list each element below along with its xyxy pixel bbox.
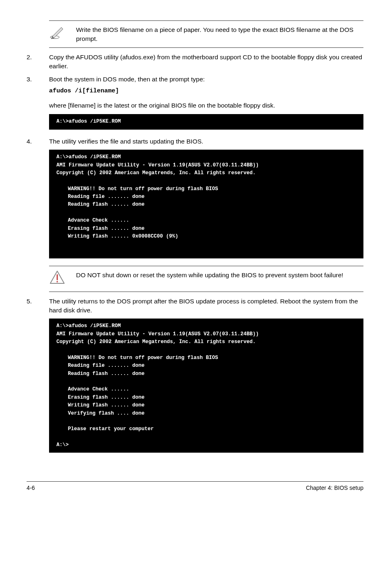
note-block: Write the BIOS filename on a piece of pa…	[49, 20, 363, 48]
note-text: Write the BIOS filename on a piece of pa…	[73, 23, 363, 45]
step-5: 5. The utility returns to the DOS prompt…	[27, 297, 363, 314]
step-2: 2. Copy the AFUDOS utility (afudos.exe) …	[27, 53, 363, 70]
step-text: Copy the AFUDOS utility (afudos.exe) fro…	[49, 53, 363, 70]
page-number: 4-6	[27, 484, 35, 492]
step-number: 3.	[27, 75, 49, 110]
step-number: 5.	[27, 297, 49, 314]
warning-text: DO NOT shut down or reset the system whi…	[73, 269, 343, 282]
warning-block: DO NOT shut down or reset the system whi…	[49, 266, 363, 292]
step-3: 3. Boot the system in DOS mode, then at …	[27, 75, 363, 110]
step-number: 2.	[27, 53, 49, 70]
terminal-output-1: A:\>afudos /iP5KE.ROM	[49, 114, 363, 129]
terminal-output-3: A:\>afudos /iP5KE.ROM AMI Firmware Updat…	[49, 319, 363, 453]
svg-point-2	[56, 281, 58, 283]
inline-command: afudos /i[filename]	[49, 87, 363, 95]
terminal-output-2: A:\>afudos /iP5KE.ROM AMI Firmware Updat…	[49, 150, 363, 258]
warning-icon	[49, 269, 73, 289]
step-number: 4.	[27, 137, 49, 146]
step-text: Boot the system in DOS mode, then at the…	[49, 75, 363, 84]
pencil-icon	[49, 23, 73, 44]
step-4: 4. The utility verifies the file and sta…	[27, 137, 363, 146]
page-footer: 4-6 Chapter 4: BIOS setup	[27, 481, 363, 492]
chapter-title: Chapter 4: BIOS setup	[306, 484, 363, 492]
step-subtext: where [filename] is the latest or the or…	[49, 101, 363, 110]
step-text: The utility verifies the file and starts…	[49, 137, 363, 146]
step-text: The utility returns to the DOS prompt af…	[49, 297, 363, 314]
